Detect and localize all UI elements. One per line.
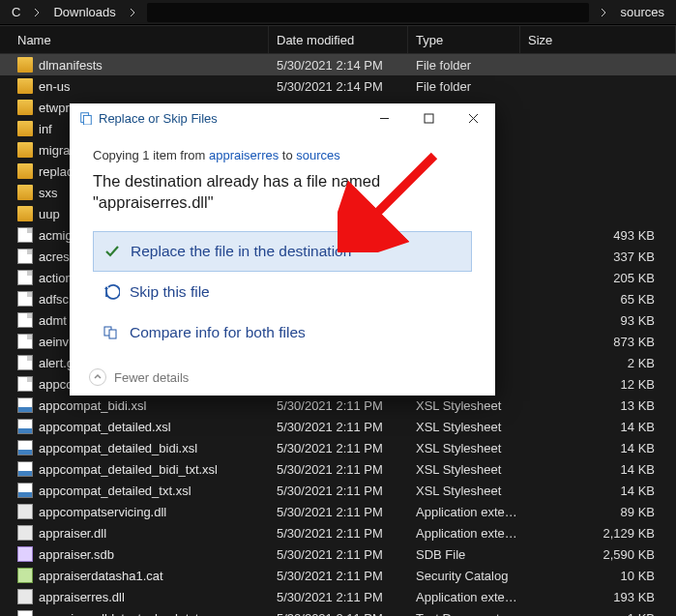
skip-icon — [103, 283, 120, 301]
minimize-button[interactable] — [362, 103, 406, 132]
xsl-icon — [17, 440, 33, 455]
option-compare[interactable]: Compare info for both files — [93, 312, 472, 353]
close-button[interactable] — [451, 103, 495, 132]
file-size: 93 KB — [520, 313, 676, 328]
breadcrumb-redacted — [147, 3, 590, 22]
file-icon — [17, 249, 33, 264]
file-date: 5/30/2021 2:11 PM — [269, 590, 408, 604]
file-date: 5/30/2021 2:11 PM — [269, 526, 408, 541]
file-type: XSL Stylesheet — [408, 420, 520, 434]
table-row[interactable]: appraiser.dll5/30/2021 2:11 PMApplicatio… — [0, 522, 676, 543]
copy-icon — [79, 111, 93, 125]
file-name: migra — [39, 143, 71, 158]
chevron-right-icon — [122, 0, 143, 24]
file-type: XSL Stylesheet — [408, 441, 520, 455]
table-row[interactable]: appcompat_bidi.xsl5/30/2021 2:11 PMXSL S… — [0, 395, 676, 416]
folder-icon — [17, 163, 33, 179]
column-headers: Name Date modified Type Size — [0, 25, 676, 54]
table-row[interactable]: appcompat_detailed.xsl5/30/2021 2:11 PMX… — [0, 416, 676, 437]
breadcrumb[interactable]: C Downloads sources — [0, 0, 676, 25]
xsl-icon — [17, 419, 33, 434]
file-date: 5/30/2021 2:11 PM — [269, 569, 408, 583]
table-row[interactable]: appraisersdblatestoshash.txt5/30/2021 2:… — [0, 607, 676, 616]
file-size: 14 KB — [520, 462, 676, 477]
folder-icon — [17, 206, 33, 221]
source-link[interactable]: appraiserres — [209, 148, 279, 162]
compare-icon — [103, 324, 120, 341]
file-date: 5/30/2021 2:11 PM — [269, 462, 408, 477]
file-size: 873 KB — [520, 335, 676, 349]
svg-rect-4 — [109, 330, 116, 338]
chevron-right-icon — [26, 0, 47, 24]
file-name: en-us — [39, 79, 71, 94]
fewer-details-toggle[interactable]: Fewer details — [89, 368, 189, 386]
conflict-message: The destination already has a file named… — [93, 170, 472, 214]
file-icon — [17, 376, 33, 392]
col-type[interactable]: Type — [408, 26, 520, 53]
file-type: File folder — [408, 58, 520, 73]
chevron-right-icon — [593, 0, 614, 24]
table-row[interactable]: dlmanifests5/30/2021 2:14 PMFile folder — [0, 54, 676, 75]
table-row[interactable]: appcompat_detailed_bidi_txt.xsl5/30/2021… — [0, 458, 676, 480]
option-replace[interactable]: Replace the file in the destination — [93, 231, 472, 272]
file-size: 65 KB — [520, 292, 676, 307]
file-icon — [17, 291, 33, 307]
copy-status-text: Copying 1 item from appraiserres to sour… — [93, 148, 472, 162]
file-size: 10 KB — [520, 569, 676, 583]
table-row[interactable]: appcompat_detailed_txt.xsl5/30/2021 2:11… — [0, 480, 676, 501]
folder-icon — [17, 57, 33, 73]
file-name: appcompatservicing.dll — [39, 505, 166, 519]
folder-icon — [17, 78, 33, 94]
file-type: XSL Stylesheet — [408, 398, 520, 413]
table-row[interactable]: appraiserdatasha1.cat5/30/2021 2:11 PMSe… — [0, 565, 676, 586]
file-size: 14 KB — [520, 441, 676, 455]
xsl-icon — [17, 483, 33, 498]
table-row[interactable]: appcompat_detailed_bidi.xsl5/30/2021 2:1… — [0, 437, 676, 458]
breadcrumb-item[interactable]: sources — [614, 0, 670, 24]
file-date: 5/30/2021 2:11 PM — [269, 441, 408, 455]
option-skip[interactable]: Skip this file — [93, 272, 472, 312]
maximize-button[interactable] — [406, 103, 451, 132]
file-name: appcompat_detailed_bidi_txt.xsl — [39, 462, 218, 477]
file-name: etwpr — [39, 101, 70, 115]
col-name[interactable]: Name — [0, 26, 269, 53]
file-date: 5/30/2021 2:14 PM — [269, 79, 408, 94]
folder-icon — [17, 121, 33, 136]
table-row[interactable]: appraiserres.dll5/30/2021 2:11 PMApplica… — [0, 586, 676, 607]
file-date: 5/30/2021 2:11 PM — [269, 547, 408, 562]
file-size: 2,590 KB — [520, 547, 676, 562]
file-date: 5/30/2021 2:11 PM — [269, 505, 408, 519]
table-row[interactable]: en-us5/30/2021 2:14 PMFile folder — [0, 75, 676, 97]
dest-link[interactable]: sources — [296, 148, 340, 162]
file-name: uup — [39, 207, 60, 221]
file-name: appco — [39, 377, 73, 392]
file-size: 193 KB — [520, 590, 676, 604]
file-type: XSL Stylesheet — [408, 484, 520, 498]
xsl-icon — [17, 397, 33, 413]
file-size: 89 KB — [520, 505, 676, 519]
dll-icon — [17, 504, 33, 519]
breadcrumb-item[interactable]: Downloads — [47, 0, 121, 24]
col-date[interactable]: Date modified — [269, 26, 408, 53]
folder-icon — [17, 185, 33, 200]
cat-icon — [17, 568, 33, 583]
file-name: alert.g — [39, 356, 73, 370]
folder-icon — [17, 100, 33, 115]
table-row[interactable]: appraiser.sdb5/30/2021 2:11 PMSDB File2,… — [0, 543, 676, 565]
file-size: 14 KB — [520, 484, 676, 498]
check-icon — [103, 243, 121, 260]
file-name: appraisersdblatestoshash.txt — [39, 611, 198, 617]
file-size: 205 KB — [520, 271, 676, 285]
file-name: appraiser.dll — [39, 526, 106, 541]
file-size: 14 KB — [520, 420, 676, 434]
file-size: 493 KB — [520, 228, 676, 243]
col-size[interactable]: Size — [520, 26, 676, 53]
file-date: 5/30/2021 2:11 PM — [269, 420, 408, 434]
table-row[interactable]: appcompatservicing.dll5/30/2021 2:11 PMA… — [0, 501, 676, 522]
file-name: admt — [39, 313, 67, 328]
file-size: 337 KB — [520, 249, 676, 264]
breadcrumb-item[interactable]: C — [6, 0, 26, 24]
chevron-up-icon — [89, 368, 106, 386]
svg-rect-2 — [425, 114, 433, 123]
file-name: dlmanifests — [39, 58, 103, 73]
